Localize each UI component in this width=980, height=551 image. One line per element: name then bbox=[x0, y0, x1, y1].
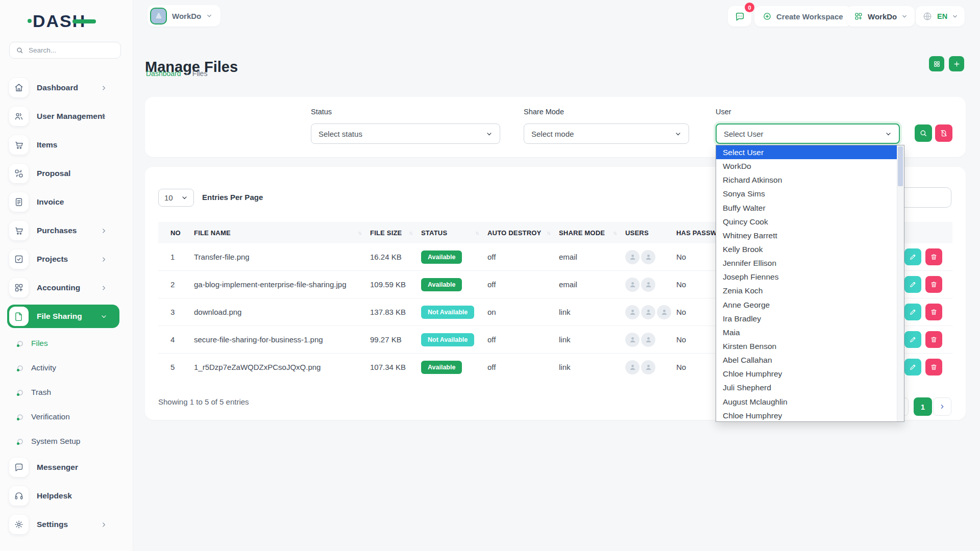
delete-file-button[interactable] bbox=[925, 276, 942, 293]
grid-plus-icon bbox=[9, 278, 29, 297]
pagination-next-button[interactable] bbox=[933, 397, 951, 416]
delete-file-button[interactable] bbox=[925, 248, 942, 265]
sidebar-item-items[interactable]: Items bbox=[7, 133, 119, 157]
share-mode-filter-label: Share Mode bbox=[524, 108, 564, 116]
invoice-icon bbox=[9, 192, 29, 212]
cell-no: 3 bbox=[158, 308, 194, 316]
sidebar-item-user-management[interactable]: User Management bbox=[7, 105, 119, 128]
sidebar-subitem-activity[interactable]: Activity bbox=[17, 358, 133, 378]
sidebar-subitem-label: Activity bbox=[31, 363, 56, 372]
sidebar-item-invoice[interactable]: Invoice bbox=[7, 190, 119, 214]
pagination-page-1-button[interactable]: 1 bbox=[914, 397, 932, 416]
sidebar-item-dashboard[interactable]: Dashboard bbox=[7, 76, 119, 99]
user-option-kirsten-benson[interactable]: Kirsten Benson bbox=[716, 339, 897, 353]
user-option-whitney-barrett[interactable]: Whitney Barrett bbox=[716, 229, 897, 242]
sidebar-item-proposal[interactable]: Proposal bbox=[7, 162, 119, 185]
grid-view-button[interactable] bbox=[929, 56, 944, 71]
create-workspace-button[interactable]: Create Workspace bbox=[754, 6, 851, 27]
user-option-workdo[interactable]: WorkDo bbox=[716, 159, 897, 173]
user-option-maia[interactable]: Maia bbox=[716, 325, 897, 339]
workspace-pill[interactable]: WorkDo bbox=[148, 5, 220, 27]
sidebar-search-input[interactable] bbox=[28, 46, 114, 55]
cell-file-name: secure-file-sharing-for-business-1.png bbox=[194, 335, 370, 344]
messenger-button[interactable]: 0 bbox=[728, 6, 751, 27]
chevron-down-icon bbox=[885, 131, 892, 137]
sidebar-item-accounting[interactable]: Accounting bbox=[7, 276, 119, 299]
user-option-richard-atkinson[interactable]: Richard Atkinson bbox=[716, 173, 897, 187]
cell-auto-destroy: off bbox=[487, 363, 559, 371]
user-option-chloe-humphrey[interactable]: Chloe Humphrey bbox=[716, 367, 897, 381]
reset-filter-button[interactable] bbox=[935, 124, 952, 142]
user-option-august-mclaughlin[interactable]: August Mclaughlin bbox=[716, 395, 897, 409]
bullet-icon bbox=[17, 365, 23, 371]
user-option-zenia-koch[interactable]: Zenia Koch bbox=[716, 284, 897, 297]
sidebar-subitem-verification[interactable]: Verification bbox=[17, 407, 133, 427]
edit-file-button[interactable] bbox=[904, 359, 921, 375]
breadcrumb-dashboard-link[interactable]: Dashboard bbox=[146, 69, 181, 78]
sidebar-item-label: Purchases bbox=[37, 226, 77, 235]
delete-file-button[interactable] bbox=[925, 304, 942, 320]
sidebar-item-label: File Sharing bbox=[37, 312, 82, 321]
edit-file-button[interactable] bbox=[904, 276, 921, 293]
sidebar-search[interactable] bbox=[9, 42, 121, 59]
column-header-share-mode[interactable]: SHARE MODE↑↓ bbox=[559, 229, 625, 237]
sidebar-item-file-sharing[interactable]: File Sharing bbox=[7, 305, 119, 328]
user-avatar bbox=[657, 305, 671, 319]
column-header-auto-destroy[interactable]: AUTO DESTROY↑↓ bbox=[487, 229, 559, 237]
sidebar-nav: DashboardUser ManagementItemsProposalInv… bbox=[0, 76, 133, 541]
user-option-juli-shepherd[interactable]: Juli Shepherd bbox=[716, 381, 897, 394]
cell-share-mode: email bbox=[559, 280, 625, 289]
entries-per-page-select[interactable]: 10 bbox=[158, 189, 194, 207]
dropdown-scrollbar[interactable] bbox=[897, 145, 904, 421]
share-mode-select[interactable]: Select mode bbox=[524, 123, 689, 144]
sidebar-item-projects[interactable]: Projects bbox=[7, 247, 119, 271]
column-header-file-name[interactable]: FILE NAME↑↓ bbox=[194, 229, 370, 237]
dropdown-scrollbar-thumb[interactable] bbox=[898, 146, 903, 186]
workspace-switcher[interactable]: WorkDo bbox=[847, 6, 915, 27]
cell-share-mode: link bbox=[559, 335, 625, 344]
delete-file-button[interactable] bbox=[925, 331, 942, 348]
user-option-sonya-sims[interactable]: Sonya Sims bbox=[716, 187, 897, 201]
add-file-button[interactable] bbox=[949, 56, 964, 71]
user-option-select-user[interactable]: Select User bbox=[716, 145, 897, 159]
user-select-option-list: Select UserWorkDoRichard AtkinsonSonya S… bbox=[716, 145, 897, 421]
sidebar-subitem-files[interactable]: Files bbox=[17, 333, 133, 354]
user-option-abel-callahan[interactable]: Abel Callahan bbox=[716, 353, 897, 367]
status-select[interactable]: Select status bbox=[311, 123, 500, 144]
column-header-file-size[interactable]: FILE SIZE↑↓ bbox=[370, 229, 421, 237]
edit-file-button[interactable] bbox=[904, 304, 921, 320]
language-switcher[interactable]: EN bbox=[916, 6, 965, 27]
chevron-down-icon bbox=[486, 131, 493, 137]
user-option-quincy-cook[interactable]: Quincy Cook bbox=[716, 215, 897, 229]
sidebar-item-settings[interactable]: Settings bbox=[7, 513, 119, 536]
sidebar-subitem-trash[interactable]: Trash bbox=[17, 382, 133, 403]
sidebar-item-helpdesk[interactable]: Helpdesk bbox=[7, 484, 119, 508]
sidebar-subitem-system-setup[interactable]: System Setup bbox=[17, 431, 133, 452]
user-select[interactable]: Select User bbox=[716, 123, 900, 144]
sidebar-item-purchases[interactable]: Purchases bbox=[7, 219, 119, 242]
gear-icon bbox=[9, 515, 29, 534]
user-option-chloe-humphrey[interactable]: Chloe Humphrey bbox=[716, 409, 897, 421]
apply-filter-button[interactable] bbox=[915, 124, 932, 142]
dash-logo[interactable]: DASH bbox=[33, 11, 86, 31]
cell-share-mode: link bbox=[559, 363, 625, 371]
user-option-kelly-brook[interactable]: Kelly Brook bbox=[716, 242, 897, 256]
user-option-buffy-walter[interactable]: Buffy Walter bbox=[716, 201, 897, 215]
edit-file-button[interactable] bbox=[904, 331, 921, 348]
cell-no: 1 bbox=[158, 253, 194, 261]
cell-no: 5 bbox=[158, 363, 194, 371]
user-option-jennifer-ellison[interactable]: Jennifer Ellison bbox=[716, 256, 897, 270]
cell-file-name: Transfer-file.png bbox=[194, 253, 370, 261]
cell-file-name: 1_r5Dzp7eZaWQDZxPCsoJQxQ.png bbox=[194, 363, 370, 371]
user-option-joseph-fiennes[interactable]: Joseph Fiennes bbox=[716, 270, 897, 284]
bullet-icon bbox=[17, 341, 23, 346]
workspace-switcher-label: WorkDo bbox=[868, 12, 897, 21]
user-option-ira-bradley[interactable]: Ira Bradley bbox=[716, 312, 897, 325]
sidebar-item-messenger[interactable]: Messenger bbox=[7, 456, 119, 479]
user-avatar bbox=[641, 278, 655, 292]
delete-file-button[interactable] bbox=[925, 359, 942, 375]
cell-users bbox=[625, 360, 676, 374]
edit-file-button[interactable] bbox=[904, 248, 921, 265]
column-header-status[interactable]: STATUS↑↓ bbox=[421, 229, 487, 237]
user-option-anne-george[interactable]: Anne George bbox=[716, 298, 897, 312]
